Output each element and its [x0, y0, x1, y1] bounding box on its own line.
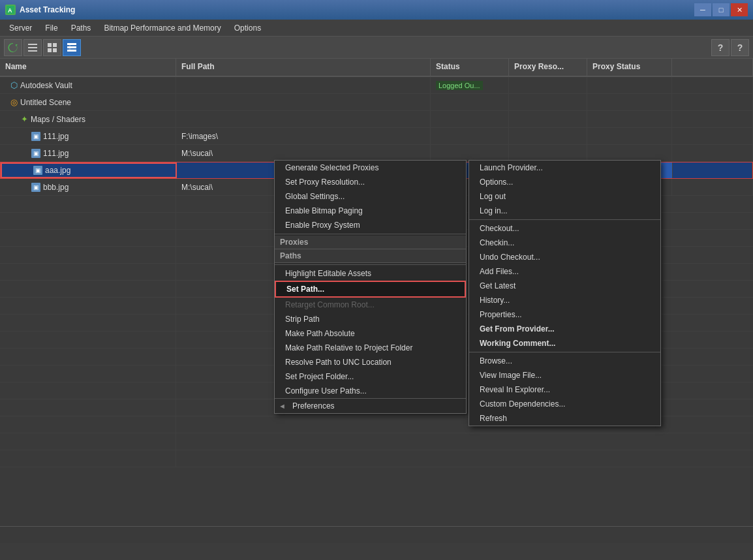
cell-status [431, 94, 509, 110]
status-bar [0, 526, 753, 543]
cell-name: ▣ 111.jpg [0, 145, 176, 161]
table-header: Name Full Path Status Proxy Reso... Prox… [0, 59, 753, 77]
cell-proxyres [509, 94, 587, 110]
col-header-proxystatus: Proxy Status [587, 59, 672, 76]
svg-rect-3 [28, 47, 37, 48]
cell-name-selected: ▣ aaa.jpg [1, 163, 177, 178]
image-icon: ▣ [31, 183, 40, 192]
table-body: ⬡ Autodesk Vault Logged Ou... ◎ Untitled… [0, 77, 753, 467]
grid-view-button[interactable] [63, 39, 81, 56]
table-row-empty [0, 298, 753, 315]
table-row-empty [0, 213, 753, 230]
menu-file[interactable]: File [38, 22, 64, 35]
cell-rest [672, 179, 753, 195]
col-header-rest [672, 59, 753, 76]
image-icon: ▣ [33, 166, 42, 175]
cell-name: ✦ Maps / Shaders [0, 111, 176, 127]
cell-proxyres [509, 145, 587, 161]
table-row-empty [0, 230, 753, 247]
cell-rest [672, 128, 753, 144]
cell-status [431, 179, 509, 195]
maximize-button[interactable]: □ [713, 3, 730, 16]
menu-bitmap[interactable]: Bitmap Performance and Memory [97, 22, 227, 35]
cell-fullpath: M:\sucai\ [176, 145, 431, 161]
menu-options[interactable]: Options [228, 22, 268, 35]
table-row-empty [0, 366, 753, 382]
minimize-button[interactable]: ─ [694, 3, 711, 16]
svg-rect-6 [53, 43, 57, 47]
cell-name: ⬡ Autodesk Vault [0, 77, 176, 93]
col-header-name: Name [0, 59, 176, 76]
close-button[interactable]: ✕ [731, 3, 748, 16]
cell-status [431, 145, 509, 161]
list-view-button[interactable] [23, 39, 42, 56]
table-row-selected[interactable]: ▣ aaa.jpg Server File [0, 162, 753, 179]
table-row[interactable]: ⬡ Autodesk Vault Logged Ou... [0, 77, 753, 94]
info-button[interactable]: ? [731, 39, 749, 56]
cell-name: ▣ bbb.jpg [0, 179, 176, 195]
col-header-fullpath: Full Path [176, 59, 431, 76]
cell-proxystatus [587, 111, 672, 127]
cell-rest [672, 111, 753, 127]
cell-proxystatus [587, 94, 672, 110]
main-table-area: Name Full Path Status Proxy Reso... Prox… [0, 59, 753, 543]
cell-status: Logged Ou... [431, 77, 509, 93]
image-icon: ▣ [31, 132, 40, 141]
svg-rect-10 [67, 46, 76, 48]
table-row[interactable]: ▣ bbb.jpg M:\sucai\ [0, 179, 753, 196]
menu-paths[interactable]: Paths [65, 22, 98, 35]
cell-proxyres [509, 111, 587, 127]
app-icon: A [5, 5, 16, 15]
help-button[interactable]: ? [711, 39, 730, 56]
menu-server[interactable]: Server [3, 22, 38, 35]
table-row[interactable]: ✦ Maps / Shaders [0, 111, 753, 128]
svg-rect-5 [48, 43, 52, 47]
refresh-button[interactable] [4, 39, 22, 56]
svg-rect-8 [53, 48, 57, 52]
table-row[interactable]: ▣ 111.jpg M:\sucai\ [0, 145, 753, 162]
cell-status [431, 111, 509, 127]
toolbar: ? ? [0, 37, 753, 59]
app-title: Asset Tracking [20, 5, 75, 14]
col-header-status: Status [431, 59, 509, 76]
cell-status [431, 128, 509, 144]
col-header-proxyres: Proxy Reso... [509, 59, 587, 76]
table-row-empty [0, 382, 753, 399]
table-row-empty [0, 416, 753, 433]
panel-view-button[interactable] [43, 39, 61, 56]
image-icon: ▣ [31, 149, 40, 158]
cell-proxyres [509, 77, 587, 93]
cell-fullpath: F:\images\ [176, 128, 431, 144]
vault-icon: ⬡ [10, 80, 18, 90]
cell-proxystatus [587, 77, 672, 93]
cell-proxystatus-selected: File [588, 163, 673, 178]
table-row[interactable]: ◎ Untitled Scene [0, 94, 753, 111]
table-row-empty [0, 196, 753, 213]
table-row-empty [0, 433, 753, 450]
table-row-empty [0, 399, 753, 416]
cell-fullpath [176, 94, 431, 110]
cell-proxystatus [587, 179, 672, 195]
table-row[interactable]: ▣ 111.jpg F:\images\ [0, 128, 753, 145]
table-row-empty [0, 315, 753, 332]
svg-rect-7 [48, 48, 52, 52]
cell-rest [672, 94, 753, 110]
title-bar: A Asset Tracking ─ □ ✕ [0, 0, 753, 20]
svg-rect-4 [28, 50, 37, 52]
cell-fullpath [176, 77, 431, 93]
menu-bar: Server File Paths Bitmap Performance and… [0, 20, 753, 37]
cell-fullpath [177, 163, 431, 178]
table-row-empty [0, 281, 753, 298]
table-row-empty [0, 264, 753, 281]
cell-rest [672, 77, 753, 93]
cell-proxystatus [587, 128, 672, 144]
table-row-empty [0, 247, 753, 264]
cell-rest [673, 163, 752, 178]
svg-rect-11 [67, 50, 76, 52]
cell-proxystatus [587, 145, 672, 161]
cell-status [431, 163, 510, 178]
cell-name: ▣ 111.jpg [0, 128, 176, 144]
svg-rect-2 [28, 44, 37, 45]
cell-proxyres [509, 128, 587, 144]
table-row-empty [0, 349, 753, 366]
